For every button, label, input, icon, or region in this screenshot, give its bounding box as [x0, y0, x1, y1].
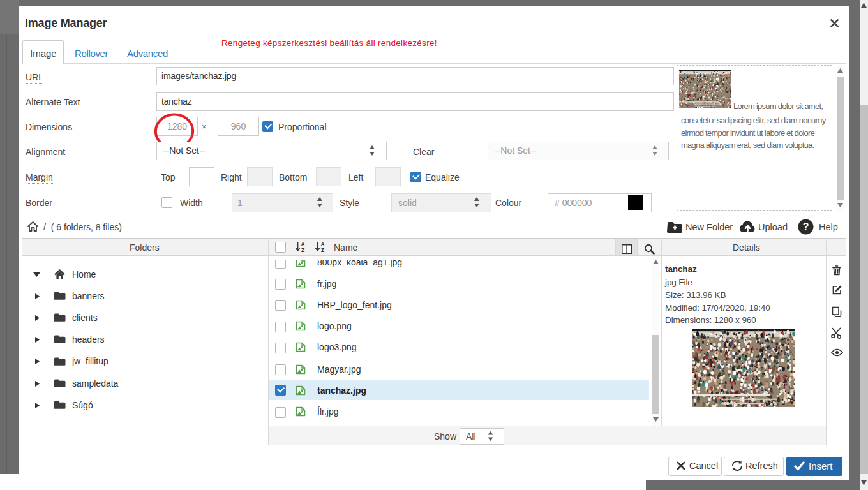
- svg-text:Z: Z: [301, 247, 304, 253]
- svg-text:Z: Z: [321, 247, 324, 253]
- svg-text:?: ?: [802, 221, 809, 232]
